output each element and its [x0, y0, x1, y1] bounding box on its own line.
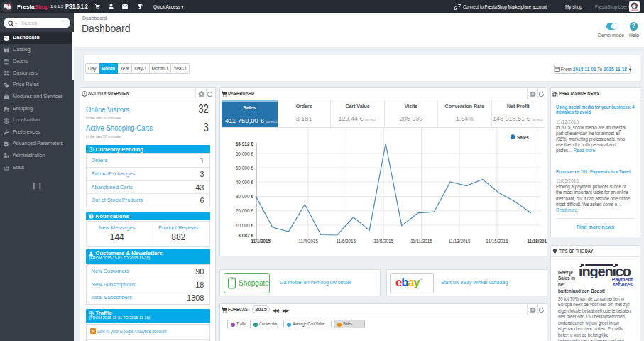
svg-text:30 000 €: 30 000 €	[236, 194, 254, 199]
svg-text:ingenico: ingenico	[579, 264, 631, 278]
svg-text:PrestaShop: PrestaShop	[630, 9, 640, 11]
svg-text:10 000 €: 10 000 €	[236, 223, 254, 228]
svg-text:11/11/2015: 11/11/2015	[410, 239, 432, 244]
svg-text:3 082 €: 3 082 €	[238, 233, 253, 238]
svg-text:11/18/2015: 11/18/2015	[527, 239, 547, 244]
svg-text:60 000 €: 60 000 €	[236, 151, 254, 156]
svg-text:20 000 €: 20 000 €	[236, 208, 254, 213]
svg-text:Sales: Sales	[517, 135, 529, 140]
svg-text:11/6/2015: 11/6/2015	[336, 239, 356, 244]
svg-text:11/13/2015: 11/13/2015	[448, 239, 471, 244]
svg-text:50 000 €: 50 000 €	[236, 166, 254, 170]
svg-text:40 000 €: 40 000 €	[236, 180, 254, 185]
svg-text:11/1/2015: 11/1/2015	[251, 239, 271, 244]
svg-text:66 912 €: 66 912 €	[236, 141, 254, 146]
svg-text:11/15/2015: 11/15/2015	[486, 239, 508, 244]
svg-text:11/8/2015: 11/8/2015	[373, 239, 393, 244]
svg-text:11/4/2015: 11/4/2015	[299, 239, 319, 244]
